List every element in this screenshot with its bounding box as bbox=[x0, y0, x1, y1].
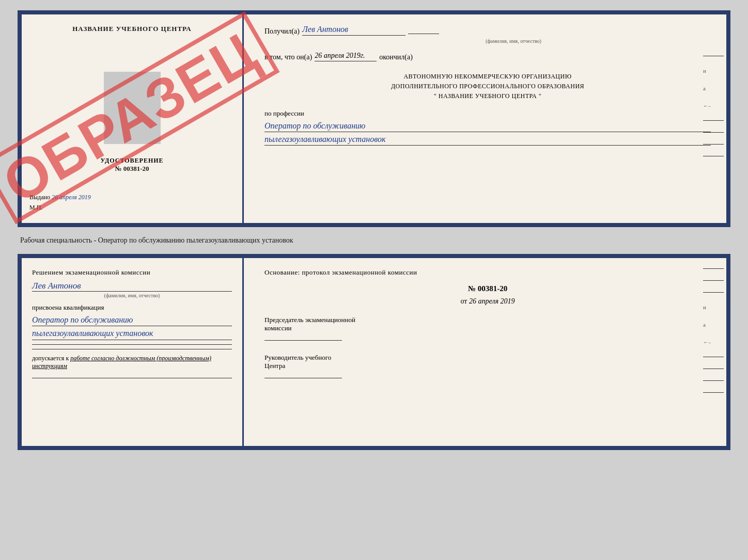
org-line2: ДОПОЛНИТЕЛЬНОГО ПРОФЕССИОНАЛЬНОГО ОБРАЗО… bbox=[264, 82, 711, 91]
org-line1: АВТОНОМНУЮ НЕКОММЕРЧЕСКУЮ ОРГАНИЗАЦИЮ bbox=[264, 72, 711, 82]
udostoverenie-block: УДОСТОВЕРЕНИЕ № 00381-20 bbox=[100, 157, 163, 173]
ot-date-value: 26 апреля 2019 bbox=[469, 297, 515, 305]
poluchil-line: Получил(а) Лев Антонов bbox=[264, 25, 711, 36]
top-certificate: НАЗВАНИЕ УЧЕБНОГО ЦЕНТРА ОБРАЗЕЦ УДОСТОВ… bbox=[18, 10, 730, 227]
dopuskaetsya-block: допускается к работе согласно должностны… bbox=[32, 355, 232, 370]
photo-placeholder bbox=[104, 72, 161, 144]
udostoverenie-title: УДОСТОВЕРЕНИЕ bbox=[100, 157, 163, 165]
cert-bottom-right: Основание: протокол экзаменационной коми… bbox=[244, 258, 726, 446]
kvalif-line1: Оператор по обслуживанию bbox=[32, 314, 232, 326]
separator-text: Рабочая специальность - Оператор по обсл… bbox=[18, 236, 730, 245]
side-dash-5 bbox=[703, 156, 724, 156]
cert-top-right: Получил(а) Лев Антонов (фамилия, имя, от… bbox=[244, 14, 726, 223]
blank-line-1 bbox=[32, 344, 232, 345]
side-dash-3 bbox=[703, 132, 724, 133]
blank-line-3 bbox=[32, 378, 232, 378]
poluchil-label: Получил(а) bbox=[264, 27, 300, 36]
side-label-a-b: а bbox=[703, 322, 724, 328]
side-label-i: и bbox=[703, 68, 724, 74]
side-dash-b3 bbox=[703, 292, 724, 293]
mp-line: М.П. bbox=[29, 204, 235, 212]
vtom-okonchal: окончил(а) bbox=[379, 53, 413, 61]
vtom-label: в том, что он(а) bbox=[264, 53, 312, 61]
vtom-line: в том, что он(а) 26 апреля 2019г. окончи… bbox=[264, 52, 711, 61]
kvalif-line2: пылегазоулавливающих установок bbox=[32, 328, 232, 340]
predsedatel-line2: комиссии bbox=[264, 324, 711, 332]
cert-number-top: № 00381-20 bbox=[100, 165, 163, 173]
side-dash-b5 bbox=[703, 369, 724, 369]
side-dash-b1 bbox=[703, 268, 724, 269]
resheniem-title: Решением экзаменационной комиссии bbox=[32, 268, 232, 277]
fio-bottom-name: Лев Антонов bbox=[32, 281, 232, 292]
side-dash-2 bbox=[703, 120, 724, 121]
prisvoena-label: присвоена квалификация bbox=[32, 303, 232, 312]
predsedatel-sign-line bbox=[264, 340, 342, 341]
predsedatel-line1: Председатель экзаменационной bbox=[264, 316, 711, 324]
professii-label: по профессии bbox=[264, 109, 711, 118]
cert-bottom-left: Решением экзаменационной комиссии Лев Ан… bbox=[22, 258, 244, 446]
fio-sublabel-top: (фамилия, имя, отчество) bbox=[264, 38, 711, 44]
top-dash-right bbox=[408, 34, 439, 34]
fio-bottom-sublabel: (фамилия, имя, отчество) bbox=[32, 293, 232, 298]
side-dashes-bottom: и а ←- bbox=[703, 268, 726, 393]
side-dash-b7 bbox=[703, 392, 724, 393]
side-dashes-top: и а ←- bbox=[703, 56, 726, 156]
ot-label: от bbox=[461, 297, 467, 305]
rukovoditel-sign-line bbox=[264, 378, 342, 378]
side-dash-1 bbox=[703, 56, 724, 56]
rukovoditel-line1: Руководитель учебного bbox=[264, 354, 711, 362]
rukovoditel-block: Руководитель учебного Центра bbox=[264, 354, 711, 378]
side-dash-b2 bbox=[703, 280, 724, 281]
rukovoditel-line2: Центра bbox=[264, 362, 711, 370]
blank-line-2 bbox=[32, 349, 232, 349]
cert-top-left: НАЗВАНИЕ УЧЕБНОГО ЦЕНТРА ОБРАЗЕЦ УДОСТОВ… bbox=[22, 14, 244, 223]
side-dash-b4 bbox=[703, 357, 724, 357]
institution-name-top: НАЗВАНИЕ УЧЕБНОГО ЦЕНТРА bbox=[72, 25, 192, 33]
professii-value-line1: Оператор по обслуживанию bbox=[264, 120, 711, 132]
vydano-date: 26 апреля 2019 bbox=[52, 194, 91, 201]
poluchil-name: Лев Антонов bbox=[302, 25, 406, 36]
professii-block: по профессии Оператор по обслуживанию пы… bbox=[264, 109, 711, 146]
side-label-arrow: ←- bbox=[703, 103, 724, 109]
org-block: АВТОНОМНУЮ НЕКОММЕРЧЕСКУЮ ОРГАНИЗАЦИЮ ДО… bbox=[264, 72, 711, 102]
bottom-certificate: Решением экзаменационной комиссии Лев Ан… bbox=[18, 254, 730, 450]
org-line3: " НАЗВАНИЕ УЧЕБНОГО ЦЕНТРА " bbox=[264, 91, 711, 101]
side-label-i-b: и bbox=[703, 304, 724, 310]
professii-value-line2: пылегазоулавливающих установок bbox=[264, 134, 711, 146]
side-label-arrow-b: ←- bbox=[703, 339, 724, 345]
vtom-date: 26 апреля 2019г. bbox=[315, 52, 377, 61]
ot-date: от 26 апреля 2019 bbox=[264, 297, 711, 306]
side-dash-b6 bbox=[703, 380, 724, 381]
vydano-label: Выдано bbox=[29, 194, 50, 201]
side-dash-4 bbox=[703, 144, 724, 145]
protokol-number: № 00381-20 bbox=[264, 284, 711, 293]
dopuskaetsya-label: допускается к bbox=[32, 355, 69, 362]
vydano-line: Выдано 26 апреля 2019 bbox=[29, 194, 235, 201]
osnovanie-title: Основание: протокол экзаменационной коми… bbox=[264, 268, 711, 277]
side-label-a: а bbox=[703, 85, 724, 91]
predsedatel-block: Председатель экзаменационной комиссии bbox=[264, 316, 711, 341]
